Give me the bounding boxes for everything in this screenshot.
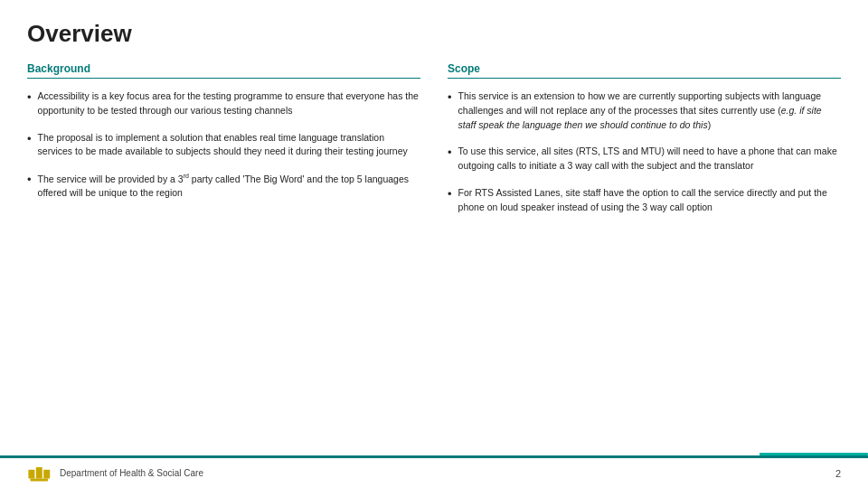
footer-logo: Department of Health & Social Care [27,465,203,483]
scope-column: Scope This service is an extension to ho… [448,62,841,227]
background-heading: Background [27,62,420,79]
svg-rect-3 [31,478,49,481]
background-bullets: Accessibility is a key focus area for th… [27,89,420,201]
footer: Department of Health & Social Care 2 [0,455,868,488]
main-content: Overview Background Accessibility is a k… [0,0,868,245]
page-title: Overview [27,20,841,48]
svg-rect-0 [28,469,34,478]
scope-bullet-2: To use this service, all sites (RTS, LTS… [448,145,841,174]
background-column: Background Accessibility is a key focus … [27,62,420,227]
scope-heading: Scope [448,62,841,79]
background-bullet-2: The proposal is to implement a solution … [27,131,420,160]
background-bullet-1: Accessibility is a key focus area for th… [27,89,420,118]
background-bullet-3: The service will be provided by a 3rd pa… [27,172,420,201]
scope-bullet-1: This service is an extension to how we a… [448,89,841,132]
svg-rect-1 [36,467,42,479]
columns: Background Accessibility is a key focus … [27,62,841,227]
scope-bullets: This service is an extension to how we a… [448,89,841,214]
footer-page-number: 2 [835,468,841,479]
dhsc-logo-icon [27,465,52,483]
svg-rect-2 [43,469,50,478]
scope-bullet-3: For RTS Assisted Lanes, site staff have … [448,186,841,215]
footer-org-name: Department of Health & Social Care [60,468,203,478]
